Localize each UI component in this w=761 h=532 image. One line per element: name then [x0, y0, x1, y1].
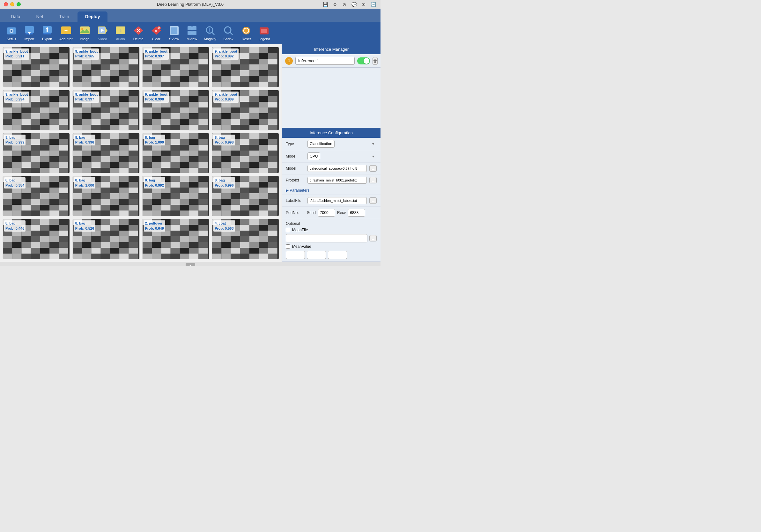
image-cell[interactable]: 8. bag Prob: 0.996 [72, 133, 140, 173]
tab-net[interactable]: Net [29, 12, 51, 22]
image-cell[interactable]: 4. coat Prob: 0.563 [212, 219, 279, 259]
meanfile-input[interactable] [286, 234, 368, 242]
svg-rect-325 [129, 107, 138, 113]
image-cell[interactable]: 8. bag Prob: 0.996 [212, 176, 279, 216]
svg-rect-613 [221, 145, 231, 150]
image-cell[interactable]: 9. ankle_boot Prob: 0.992 [212, 47, 279, 88]
tab-data[interactable]: Data [3, 12, 28, 22]
image-cell[interactable]: 8. bag Prob: 0.998 [212, 133, 279, 173]
image-cell[interactable]: 9. ankle_boot Prob: 0.989 [212, 90, 279, 131]
prototxt-browse-button[interactable]: ... [369, 177, 377, 183]
svg-rect-129 [100, 70, 110, 76]
toolbar-import[interactable]: Import [21, 24, 38, 42]
svg-rect-858 [31, 225, 40, 231]
meanfile-checkbox[interactable] [286, 228, 290, 232]
params-row[interactable]: ▶ Parameters [282, 186, 380, 195]
svg-rect-70 [12, 64, 21, 70]
svg-rect-576 [143, 156, 152, 162]
inference-toggle[interactable] [357, 57, 370, 64]
svg-rect-1017 [259, 231, 268, 236]
toolbar-export[interactable]: Export [39, 24, 55, 42]
image-cell[interactable]: 9. ankle_boot Prob: 0.911 [3, 47, 70, 88]
type-select[interactable]: Classification [308, 140, 334, 148]
svg-rect-331 [119, 113, 129, 119]
image-cell[interactable]: 2. pullover Prob: 0.649 [142, 219, 209, 259]
image-cell[interactable]: 8. bag Prob: 0.384 [3, 176, 70, 216]
svg-rect-1027 [221, 242, 231, 248]
minimize-button[interactable] [10, 2, 14, 6]
tab-deploy[interactable]: Deploy [78, 12, 108, 22]
image-cell[interactable]: 9. ankle_boot Prob: 0.994 [3, 90, 70, 131]
meanvalue-input-3[interactable] [328, 251, 347, 259]
toolbar-addinfer[interactable]: + AddInfer [57, 24, 75, 42]
image-grid[interactable]: 9. ankle_boot Prob: 0.9119. ankle_boot P… [0, 44, 282, 262]
meanvalue-input-2[interactable] [307, 251, 326, 259]
toolbar-sview[interactable]: SView [166, 24, 182, 42]
labelfile-browse-button[interactable]: ... [369, 198, 377, 204]
svg-rect-511 [129, 139, 138, 145]
meanvalue-input-1[interactable] [286, 251, 305, 259]
meanvalue-checkbox[interactable] [286, 244, 290, 249]
tab-train[interactable]: Train [51, 12, 77, 22]
meanfile-input-row: ... [286, 234, 377, 242]
toolbar-clear[interactable]: ✕✕ Clear [148, 24, 165, 42]
compass-icon[interactable]: ⊘ [341, 1, 348, 8]
image-cell[interactable]: 8. bag Prob: 1.000 [72, 176, 140, 216]
toolbar-legend[interactable]: Legend [256, 24, 273, 42]
prototxt-input[interactable] [308, 177, 367, 184]
close-button[interactable] [4, 2, 8, 6]
image-cell[interactable]: 9. ankle_boot Prob: 0.997 [142, 47, 209, 88]
toolbar-shrink[interactable]: Shrink [220, 24, 237, 42]
inference-delete-button[interactable]: 🗑 [373, 57, 378, 65]
toolbar-setdir[interactable]: SetDir [3, 24, 20, 42]
svg-rect-424 [259, 107, 268, 113]
inference-name-input[interactable] [295, 57, 355, 65]
recv-port-input[interactable] [348, 209, 365, 216]
type-select-wrap: Classification [308, 140, 377, 148]
mail-icon[interactable]: ✉ [360, 1, 367, 8]
magnify-label: Magnify [204, 37, 216, 41]
toolbar-audio[interactable]: ♪ Audio [112, 24, 129, 42]
image-cell[interactable]: 8. bag Prob: 0.999 [3, 133, 70, 173]
image-cell[interactable]: 9. ankle_boot Prob: 0.965 [72, 47, 140, 88]
model-browse-button[interactable]: ... [369, 165, 377, 172]
svg-rect-876 [3, 242, 12, 248]
svg-rect-793 [170, 210, 180, 216]
svg-rect-891 [12, 254, 21, 259]
svg-rect-920 [82, 236, 91, 242]
settings-icon[interactable]: ⚙ [331, 1, 338, 8]
svg-rect-125 [129, 64, 138, 70]
image-cell[interactable]: 8. bag Prob: 1.000 [142, 133, 209, 173]
mode-select[interactable]: CPU [308, 152, 320, 160]
labelfile-input[interactable] [308, 197, 367, 204]
toolbar-delete[interactable]: ✕ Delete [130, 24, 147, 42]
toolbar-image[interactable]: Image [77, 24, 93, 42]
toolbar-magnify[interactable]: Magnify [202, 24, 219, 42]
image-cell[interactable]: 8. bag Prob: 0.446 [3, 219, 70, 259]
svg-rect-723 [110, 193, 119, 199]
svg-rect-813 [221, 188, 231, 193]
toolbar-reset[interactable]: Reset [238, 24, 255, 42]
svg-rect-820 [221, 193, 231, 199]
model-input[interactable] [308, 165, 367, 172]
svg-rect-872 [31, 236, 40, 242]
refresh-icon[interactable]: 🔄 [370, 1, 377, 8]
image-cell[interactable]: 9. ankle_boot Prob: 0.998 [142, 90, 209, 131]
svg-rect-783 [143, 205, 152, 210]
svg-rect-304 [129, 90, 138, 96]
main-area: 9. ankle_boot Prob: 0.9119. ankle_boot P… [0, 44, 380, 262]
labelfile-label: LabelFile [286, 199, 305, 203]
svg-rect-560 [189, 139, 199, 145]
svg-rect-111 [129, 53, 138, 59]
image-cell[interactable]: 8. bag Prob: 0.992 [142, 176, 209, 216]
image-cell[interactable]: 9. ankle_boot Prob: 0.997 [72, 90, 140, 131]
meanfile-browse-button[interactable]: ... [369, 235, 377, 241]
save-icon[interactable]: 💾 [322, 1, 329, 8]
svg-rect-515 [100, 145, 110, 150]
maximize-button[interactable] [17, 2, 21, 6]
image-cell[interactable]: 8. bag Prob: 0.526 [72, 219, 140, 259]
toolbar-mview[interactable]: MView [184, 24, 200, 42]
chat-icon[interactable]: 💬 [351, 1, 358, 8]
send-port-input[interactable] [318, 209, 335, 216]
toolbar-video[interactable]: Video [94, 24, 111, 42]
